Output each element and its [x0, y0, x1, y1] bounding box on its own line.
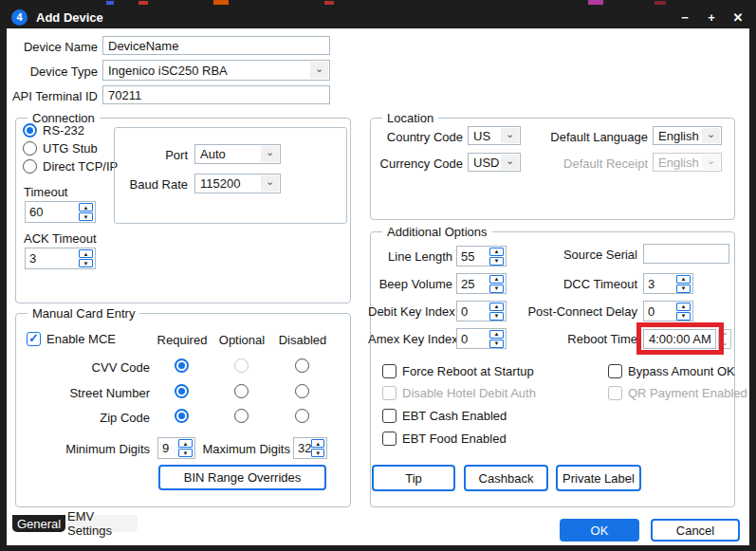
location-legend: Location	[382, 111, 438, 125]
beep-volume-value: 25	[457, 278, 489, 290]
radio-utg-stub[interactable]: UTG Stub	[23, 141, 98, 156]
checkbox-icon[interactable]	[382, 432, 396, 446]
zip-disabled-radio[interactable]	[295, 409, 309, 423]
source-serial-input[interactable]	[643, 244, 729, 264]
chevron-down-icon[interactable]	[261, 175, 279, 192]
cvv-required-radio[interactable]	[175, 358, 189, 373]
beep-volume-stepper[interactable]: 25	[456, 273, 507, 294]
chevron-down-icon[interactable]	[501, 155, 519, 170]
currency-code-value: USD	[473, 156, 499, 170]
zip-required-radio[interactable]	[175, 409, 189, 423]
radio-icon[interactable]	[23, 159, 37, 174]
default-language-value: English	[658, 129, 699, 143]
checkbox-qr-payment-label: QR Payment Enabled	[628, 386, 747, 400]
ok-button[interactable]: OK	[560, 519, 639, 542]
default-receipt-select: English	[653, 153, 722, 172]
maximum-digits-stepper[interactable]: 32	[293, 437, 327, 459]
checkbox-ebt-cash[interactable]: EBT Cash Enabled	[382, 409, 507, 423]
bin-range-overrides-button[interactable]: BIN Range Overrides	[158, 465, 326, 490]
spin-down-icon[interactable]	[178, 449, 193, 457]
timeout-value: 60	[26, 206, 79, 218]
spin-up-icon[interactable]	[676, 275, 691, 284]
ack-timeout-label: ACK Timeout	[24, 231, 97, 246]
spin-up-icon[interactable]	[489, 248, 504, 256]
cancel-button[interactable]: Cancel	[651, 519, 740, 542]
street-disabled-radio[interactable]	[295, 384, 309, 398]
spin-down-icon[interactable]	[489, 257, 504, 266]
default-receipt-value: English	[658, 156, 699, 170]
minimum-digits-stepper[interactable]: 9	[157, 437, 195, 459]
checkbox-ebt-food[interactable]: EBT Food Enabled	[382, 432, 507, 446]
checkbox-icon[interactable]	[382, 364, 396, 378]
check-icon[interactable]	[27, 332, 41, 346]
radio-rs232[interactable]: RS-232	[23, 123, 84, 138]
radio-direct-tcpip[interactable]: Direct TCP/IP	[23, 159, 118, 174]
checkbox-icon[interactable]	[608, 364, 622, 378]
line-length-stepper[interactable]: 55	[456, 246, 507, 266]
column-header-disabled: Disabled	[274, 333, 331, 347]
dcc-timeout-label: DCC Timeout	[543, 277, 637, 291]
zip-optional-radio[interactable]	[234, 409, 249, 423]
tab-general[interactable]: General	[12, 515, 65, 532]
spin-up-icon[interactable]	[178, 439, 193, 448]
post-connect-delay-stepper[interactable]: 0	[643, 301, 693, 321]
spin-down-icon[interactable]	[489, 340, 504, 348]
spin-down-icon[interactable]	[79, 212, 93, 221]
default-language-select[interactable]: English	[653, 126, 722, 145]
spin-up-icon[interactable]	[489, 330, 504, 339]
chevron-down-icon	[702, 155, 720, 170]
spin-down-icon[interactable]	[489, 285, 504, 293]
port-select[interactable]: Auto	[194, 144, 281, 164]
dcc-timeout-stepper[interactable]: 3	[643, 273, 693, 294]
checkbox-force-reboot-label: Force Reboot at Startup	[402, 364, 534, 378]
private-label-button[interactable]: Private Label	[556, 465, 641, 491]
spin-up-icon[interactable]	[79, 203, 93, 211]
timeout-stepper[interactable]: 60	[25, 201, 96, 223]
baud-rate-select[interactable]: 115200	[194, 174, 281, 193]
spin-down-icon[interactable]	[311, 449, 324, 457]
spin-up-icon[interactable]	[79, 249, 93, 258]
timeout-label: Timeout	[24, 185, 67, 199]
tip-button[interactable]: Tip	[372, 465, 455, 491]
debit-key-index-label: Debit Key Index	[368, 304, 452, 319]
chevron-down-icon[interactable]	[310, 62, 328, 79]
country-code-value: US	[473, 129, 490, 143]
checkbox-icon[interactable]	[382, 409, 396, 423]
device-type-select[interactable]: Ingenico iSC250 RBA	[102, 60, 330, 81]
tab-emv-settings[interactable]: EMV Settings	[67, 515, 138, 532]
checkbox-enable-mce-label: Enable MCE	[46, 332, 116, 346]
checkbox-enable-mce[interactable]: Enable MCE	[27, 332, 116, 346]
checkbox-ebt-cash-label: EBT Cash Enabled	[402, 409, 507, 423]
spin-down-icon[interactable]	[79, 259, 93, 267]
amex-key-index-stepper[interactable]: 0	[456, 328, 507, 349]
spin-down-icon[interactable]	[489, 312, 504, 321]
spin-up-icon[interactable]	[676, 303, 691, 311]
checkbox-bypass-amount-ok[interactable]: Bypass Amount OK	[608, 364, 735, 378]
spin-up-icon[interactable]	[489, 275, 504, 284]
chevron-down-icon[interactable]	[702, 128, 720, 143]
radio-icon[interactable]	[23, 123, 37, 138]
currency-code-select[interactable]: USD	[468, 153, 521, 172]
cashback-button[interactable]: Cashback	[464, 465, 548, 491]
ack-timeout-stepper[interactable]: 3	[25, 248, 96, 269]
reboot-time-highlight-annotation	[636, 322, 724, 355]
cvv-disabled-radio[interactable]	[295, 358, 309, 373]
chevron-down-icon[interactable]	[261, 146, 279, 162]
checkbox-ebt-food-label: EBT Food Enabled	[402, 432, 507, 446]
additional-options-legend: Additional Options	[382, 225, 492, 239]
chevron-down-icon[interactable]	[501, 128, 519, 143]
spin-up-icon[interactable]	[311, 439, 324, 448]
street-required-radio[interactable]	[175, 384, 189, 398]
device-name-input[interactable]: DeviceName	[102, 36, 330, 55]
spin-down-icon[interactable]	[676, 312, 691, 321]
spin-down-icon[interactable]	[676, 285, 691, 293]
spin-up-icon[interactable]	[489, 303, 504, 311]
api-terminal-id-input[interactable]: 70211	[102, 85, 330, 104]
post-connect-delay-value: 0	[644, 305, 676, 318]
column-header-required: Required	[154, 333, 211, 347]
debit-key-index-stepper[interactable]: 0	[456, 301, 507, 321]
street-optional-radio[interactable]	[234, 384, 249, 398]
country-code-select[interactable]: US	[468, 126, 521, 145]
radio-icon[interactable]	[23, 141, 37, 156]
checkbox-force-reboot[interactable]: Force Reboot at Startup	[382, 364, 534, 378]
